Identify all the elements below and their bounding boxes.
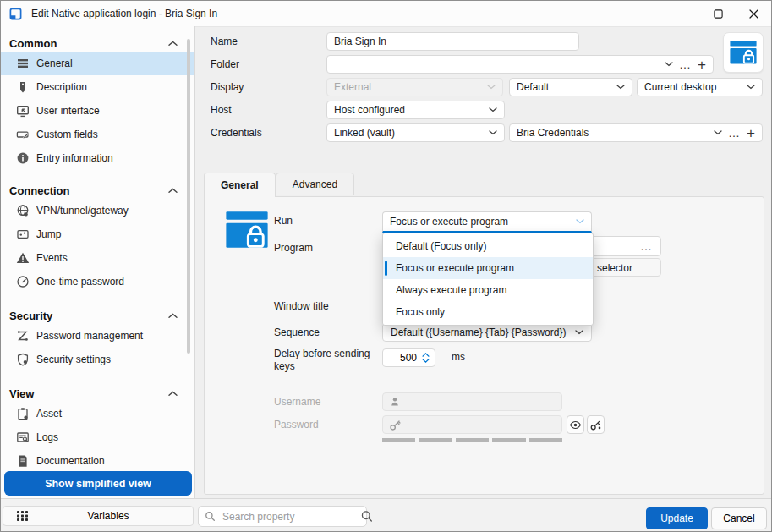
sidebar-item-label: Description <box>36 81 87 93</box>
sidebar-scrollbar[interactable] <box>187 39 190 354</box>
close-button[interactable] <box>736 1 771 26</box>
window-title: Edit Native application login - Bria Sig… <box>31 8 217 19</box>
display-value: External <box>334 81 371 93</box>
sidebar-item-label: Asset <box>36 408 62 420</box>
sidebar-item-password-management[interactable]: Password management <box>1 324 194 348</box>
process-selector-label: selector <box>597 262 632 274</box>
folder-browse-button[interactable]: … <box>679 58 692 70</box>
update-button[interactable]: Update <box>646 507 708 529</box>
sidebar-item-events[interactable]: Events <box>1 246 194 270</box>
section-view[interactable]: View <box>1 385 194 402</box>
run-option-focus-or-execute[interactable]: Focus or execute program <box>383 257 593 279</box>
run-combobox[interactable]: Focus or execute program <box>382 211 592 233</box>
password-input[interactable] <box>407 418 556 432</box>
host-label: Host <box>211 104 326 116</box>
name-field[interactable] <box>326 32 579 51</box>
credentials-combobox[interactable]: Linked (vault) <box>326 123 505 142</box>
program-label: Program <box>274 242 313 254</box>
sidebar-item-user-interface[interactable]: User interface <box>1 99 194 123</box>
host-combobox[interactable]: Host configured <box>326 101 505 119</box>
run-option-always-execute[interactable]: Always execute program <box>383 279 593 301</box>
edit-entry-dialog: Edit Native application login - Bria Sig… <box>0 0 772 532</box>
password-path-icon <box>16 329 30 343</box>
sidebar-item-entry-information[interactable]: Entry information <box>1 146 194 170</box>
run-option-focus-only[interactable]: Focus only <box>383 301 593 323</box>
reveal-password-button[interactable] <box>567 415 584 434</box>
credentials-browse-button[interactable]: … <box>728 127 741 139</box>
username-input[interactable] <box>406 395 556 409</box>
sidebar-item-label: VPN/tunnel/gateway <box>36 205 129 217</box>
display-mode-combobox[interactable]: Default <box>509 78 632 96</box>
warning-icon <box>16 251 30 265</box>
sidebar-item-label: Jump <box>36 228 61 240</box>
sidebar: Common General Description User interfac… <box>1 26 195 498</box>
folder-label: Folder <box>211 58 326 70</box>
chevron-down-icon <box>487 85 496 90</box>
cancel-button[interactable]: Cancel <box>711 507 767 529</box>
search-property-box[interactable] <box>198 506 367 527</box>
chevron-down-icon <box>714 130 722 135</box>
sidebar-item-description[interactable]: Description <box>1 75 194 99</box>
tag-icon <box>16 80 30 94</box>
desktop-combobox[interactable]: Current desktop <box>637 78 763 96</box>
app-window-icon <box>9 8 22 20</box>
password-strength-meter <box>382 438 562 442</box>
run-dropdown-popup: Default (Focus only) Focus or execute pr… <box>382 233 594 326</box>
tab-general[interactable]: General <box>204 173 276 197</box>
search-submit-icon[interactable] <box>360 510 373 523</box>
run-value: Focus or execute program <box>390 216 508 228</box>
chevron-up-icon <box>168 313 178 319</box>
document-icon <box>16 454 30 468</box>
show-simplified-view-button[interactable]: Show simplified view <box>4 471 192 496</box>
maximize-icon <box>714 9 723 19</box>
section-security[interactable]: Security <box>1 307 194 324</box>
key-gear-icon <box>589 419 602 431</box>
section-connection[interactable]: Connection <box>1 182 194 199</box>
generate-password-button[interactable] <box>587 415 605 434</box>
sidebar-item-jump[interactable]: Jump <box>1 222 194 246</box>
sidebar-item-asset[interactable]: Asset <box>1 402 194 425</box>
sidebar-item-vpn-tunnel-gateway[interactable]: VPN/tunnel/gateway <box>1 199 194 222</box>
display-mode-value: Default <box>517 81 549 93</box>
key-icon <box>389 419 402 431</box>
sidebar-item-custom-fields[interactable]: Custom fields <box>1 123 194 146</box>
logs-icon <box>16 431 30 444</box>
credentials-add-button[interactable]: + <box>747 126 755 140</box>
search-icon <box>205 511 216 522</box>
username-label: Username <box>274 396 320 408</box>
sidebar-item-documentation[interactable]: Documentation <box>1 449 194 473</box>
globe-icon <box>16 204 30 217</box>
sidebar-item-logs[interactable]: Logs <box>1 425 194 449</box>
application-lock-icon <box>223 210 271 250</box>
delay-spinner[interactable] <box>382 348 435 367</box>
sidebar-item-general[interactable]: General <box>1 52 194 75</box>
variables-label: Variables <box>29 510 188 522</box>
credentials-entry-combobox[interactable]: Bria Credentials … + <box>509 123 763 142</box>
chevron-up-icon <box>168 188 178 194</box>
section-common[interactable]: Common <box>1 35 194 52</box>
clock-icon <box>16 275 30 288</box>
password-field[interactable] <box>382 415 562 434</box>
host-value: Host configured <box>334 104 405 116</box>
folder-combobox[interactable]: … + <box>326 55 714 74</box>
credentials-value: Linked (vault) <box>334 127 395 139</box>
delay-label: Delay before sending keys <box>274 348 377 373</box>
delay-input[interactable] <box>393 352 417 364</box>
maximize-button[interactable] <box>700 1 736 26</box>
tab-advanced[interactable]: Advanced <box>276 173 354 195</box>
sidebar-item-one-time-password[interactable]: One-time password <box>1 270 194 293</box>
variables-button[interactable]: Variables <box>3 506 194 526</box>
program-browse-button[interactable]: … <box>640 240 653 252</box>
desktop-value: Current desktop <box>644 81 716 93</box>
section-connection-label: Connection <box>9 184 70 197</box>
display-label: Display <box>211 81 326 93</box>
search-property-input[interactable] <box>221 510 355 524</box>
spinner-updown-icon[interactable] <box>422 352 430 364</box>
name-input[interactable] <box>334 36 572 47</box>
sequence-combobox[interactable]: Default ({Username} {Tab} {Password}) <box>382 323 592 342</box>
folder-add-button[interactable]: + <box>698 58 706 72</box>
sidebar-item-security-settings[interactable]: Security settings <box>1 348 194 371</box>
username-field[interactable] <box>382 392 562 411</box>
sidebar-item-label: Security settings <box>36 354 111 365</box>
run-option-default[interactable]: Default (Focus only) <box>383 235 593 257</box>
